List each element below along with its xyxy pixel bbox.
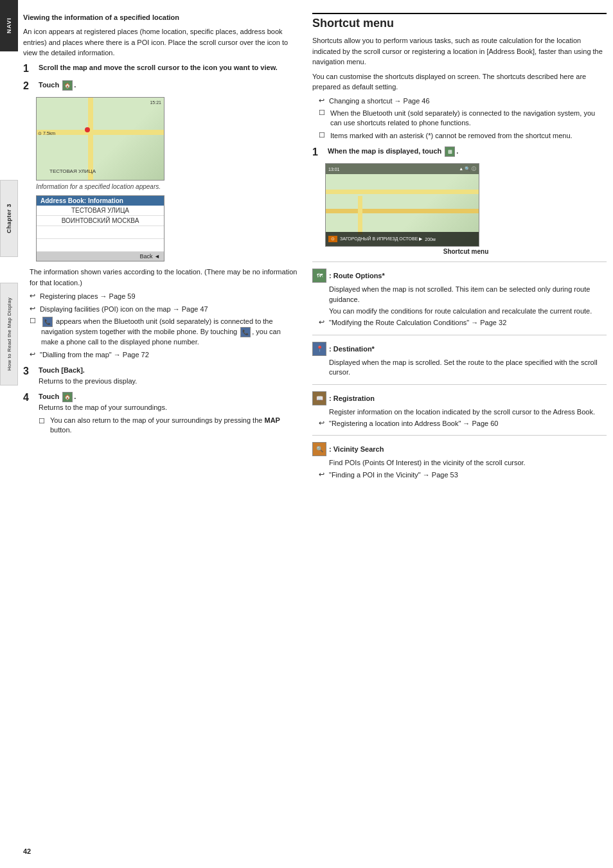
bullet-text-2: Displaying facilities (POI) icon on the … [40,305,208,314]
vicinity-search-ref: ↩ "Finding a POI in the Vicinity" → Page… [312,470,607,480]
vicinity-search-section: 🔍 : Vicinity Search Find POIs (Points Of… [312,442,607,480]
arrow-icon-2: ↩ [30,305,39,313]
registration-section: 📖 : Registration Register information on… [312,391,607,429]
vicinity-search-row: 🔍 : Vicinity Search [312,442,607,456]
right-checkbox-2: ☐ Items marked with an asterisk (*) cann… [312,131,607,141]
step-3-desc: Returns to the previous display. [39,377,137,385]
map-home-icon: 🏠 [62,392,73,402]
step-1-text: Scroll the map and move the scroll curso… [39,64,278,71]
vicinity-search-ref-text: "Finding a POI in the Vicinity" → Page 5… [329,470,458,480]
route-options-desc2: You can modify the conditions for route … [312,306,607,316]
shortcut-intro-2: You can customise the shortcuts displaye… [312,71,607,93]
touch-icon: 🏠 [62,80,73,91]
right-step-1: 1 When the map is displayed, touch ⊞. [312,146,607,158]
left-sidebar: NAVI Chapter 3 How to Read the Map Displ… [0,0,18,868]
right-column: Shortcut menu Shortcuts allow you to per… [312,13,607,486]
address-row-empty2 [37,239,164,252]
vicinity-search-desc: Find POIs (Points Of Interest) in the vi… [312,458,607,468]
smap-road-v1 [358,196,362,235]
right-step-1-number: 1 [312,146,325,158]
map-road-v [88,98,93,180]
step-4-content: Touch 🏠. Returns to the map of your surr… [39,391,299,438]
address-row-1: ТЕСТОВАЯ УЛИЦА [37,206,164,216]
route-options-label: : Route Options* [329,272,385,279]
smap-road-2 [326,209,479,213]
step-3-content: Touch [Back]. Returns to the previous di… [39,365,299,386]
bullet-text-1: Registering places → Page 59 [40,292,136,301]
shortcut-touch-icon: ⊞ [445,146,455,157]
destination-section: 📍 : Destination* Displayed when the map … [312,342,607,378]
vicinity-search-icon: 🔍 [312,442,326,456]
info-varies-text: The information shown varies according t… [23,267,299,288]
navi-label: NAVI [0,0,18,51]
checkbox-text-2: You can also return to the map of your s… [50,416,299,436]
map-caption-text: Information for a specified location app… [36,183,299,190]
shortcut-intro-1: Shortcuts allow you to perform various t… [312,35,607,67]
right-checkbox-text-1: When the Bluetooth unit (sold separately… [330,109,607,128]
destination-icon: 📍 [312,342,326,356]
vicinity-search-label: : Vicinity Search [329,445,384,453]
smap-road-1 [326,190,479,194]
divider-1 [312,261,607,262]
bullet-displaying: ↩ Displaying facilities (POI) icon on th… [23,305,299,314]
right-step-1-label: When the map is displayed, touch ⊞. [328,147,458,155]
address-row-2: ВОИНТОВСКИЙ МОСКВА [37,216,164,226]
chapter-label: Chapter 3 [0,180,18,257]
checkbox-sym-2: ☐ [39,416,49,427]
divider-3 [312,384,607,385]
right-arrow-icon-1: ↩ [319,96,328,105]
step-1-content: Scroll the map and move the scroll curso… [39,62,299,73]
step-3-number: 3 [23,365,36,377]
map-road-h [37,130,164,135]
step-4-desc-1: Returns to the map of your surroundings. [39,403,167,411]
route-options-ref: ↩ "Modifying the Route Calculation Condi… [312,318,607,328]
vicinity-search-arrow: ↩ [319,470,328,479]
right-checkbox-text-2: Items marked with an asterisk (*) cannot… [330,131,573,141]
bullet-dialling: ↩ "Dialling from the map" → Page 72 [23,350,299,360]
step-1-number: 1 [23,62,36,75]
step-2-number: 2 [23,80,36,92]
route-options-row: 🗺 : Route Options* [312,269,607,283]
step-2-text: Touch 🏠. [39,81,76,89]
bluetooth-icon: 📞 [42,317,53,327]
right-bullet-1: ↩ Changing a shortcut → Page 46 [312,96,607,106]
registration-ref: ↩ "Registering a location into Address B… [312,419,607,429]
smap-bottom-bar: ⊙ ЗАГОРОДНЫЙ В ИПРИЕЗД ОСТОВЕ ▶ 200м [326,232,479,246]
step-3-label: Touch [Back]. [39,366,85,374]
checkbox-sym-1: ☐ [30,317,40,325]
route-options-arrow: ↩ [319,318,328,326]
smap-top-bar: 13:01 ▲ 🔍 ⓘ [326,164,479,174]
map-screenshot: ⊙ 7.5km ТЕСТОВАЯ УЛИЦА 15:21 [36,97,164,181]
registration-icon: 📖 [312,391,326,405]
address-box-header: Address Book: Information [37,196,164,206]
bullet-registering: ↩ Registering places → Page 59 [23,292,299,301]
two-column-layout: Viewing the information of a specified l… [23,13,607,486]
arrow-icon-1: ↩ [30,292,39,300]
registration-row: 📖 : Registration [312,391,607,405]
route-options-icon: 🗺 [312,269,326,283]
map-text-distance: ⊙ 7.5km [38,131,55,136]
checkbox-map-return: ☐ You can also return to the map of your… [39,416,299,436]
divider-4 [312,435,607,436]
address-row-empty [37,226,164,239]
destination-label: : Destination* [329,345,375,353]
destination-desc: Displayed when the map is scrolled. Set … [312,358,607,378]
step-1: 1 Scroll the map and move the scroll cur… [23,62,299,75]
arrow-icon-3: ↩ [30,350,39,359]
left-intro-text: An icon appears at registered places (ho… [23,26,299,58]
smap-icons: ▲ 🔍 ⓘ [459,166,476,172]
route-options-section: 🗺 : Route Options* Displayed when the ma… [312,269,607,328]
checkbox-text-1: 📞 appears when the Bluetooth unit (sold … [41,317,299,348]
smap-time: 13:01 [328,167,340,172]
address-box-footer[interactable]: Back ◄ [37,252,164,261]
checkbox-bluetooth: ☐ 📞 appears when the Bluetooth unit (sol… [23,317,299,348]
map-text-time: 15:21 [150,100,161,105]
step-2: 2 Touch 🏠. [23,80,299,92]
step-3: 3 Touch [Back]. Returns to the previous … [23,365,299,386]
step-4-number: 4 [23,391,36,403]
registration-ref-text: "Registering a location into Address Boo… [329,419,498,429]
page-number: 42 [23,847,31,855]
registration-desc: Register information on the location ind… [312,407,607,417]
registration-arrow: ↩ [319,419,328,427]
destination-row: 📍 : Destination* [312,342,607,356]
